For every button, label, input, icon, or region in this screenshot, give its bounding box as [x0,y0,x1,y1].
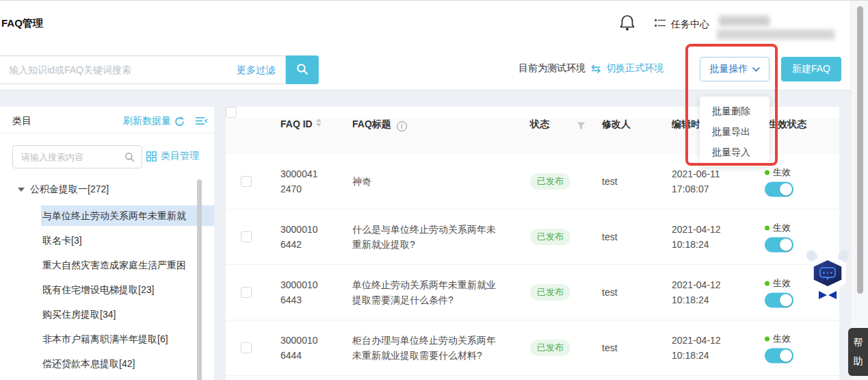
effective-toggle[interactable] [765,293,793,308]
sort-icon[interactable] [316,118,321,127]
edit-time-cell: 2021-04-12 10:18:24 [672,333,721,363]
new-faq-button[interactable]: 新建FAQ [781,57,841,81]
search-icon [124,152,135,165]
faq-id-cell: 3000010 6442 [280,222,332,252]
effective-toggle[interactable] [765,349,793,364]
effective-toggle[interactable] [765,238,793,253]
row-checkbox[interactable] [241,176,252,187]
refresh-data-count-button[interactable]: 刷新数据量 [123,115,185,127]
effective-label: 生效 [773,222,791,234]
effective-status-cell: 生效 [765,166,793,197]
page-title: FAQ管理 [1,17,43,30]
batch-operations-label: 批量操作 [710,63,748,75]
refresh-data-count-label: 刷新数据量 [123,115,171,127]
status-cell: 已发布 [530,340,570,356]
row-checkbox[interactable] [241,287,252,298]
batch-menu-item[interactable]: 批量导入 [700,142,770,162]
faq-title-cell: 什么是与单位终止劳动关系两年未重新就业提取? [352,222,503,252]
sidebar-title: 类目 [12,115,31,127]
status-badge: 已发布 [530,284,570,301]
effective-label: 生效 [773,333,791,345]
info-icon[interactable]: i [397,121,407,131]
table-body: 3000041 2470 神奇 已发布 test 2021-06-11 17:0… [226,154,839,376]
edit-time-cell: 2021-06-11 17:08:07 [672,166,720,197]
chevron-down-icon [752,67,760,72]
more-filters-link[interactable]: 更多过滤 [237,64,275,77]
category-search-input[interactable]: 请输入搜索内容 [12,145,142,168]
user-info-redacted-line2 [717,29,834,40]
help-button[interactable]: 帮助 [848,328,868,376]
column-header-title: FAQ标题i [352,118,407,131]
swap-env-icon: ⇆ [591,63,601,75]
toggle-knob [780,183,792,196]
robot-bowtie-icon [819,291,837,299]
faq-management-page: FAQ管理 任务中心 输入知识id或FAQ关键词搜索 更多过 [0,0,868,380]
filter-funnel-icon[interactable] [577,121,586,133]
page-scrollbar-track[interactable] [850,1,868,380]
tree-item[interactable]: 与单位终止劳动关系两年未重新就 [41,205,214,226]
tree-expand-caret-icon[interactable] [18,188,25,192]
row-checkbox[interactable] [241,342,252,353]
faq-title-cell: 单位终止劳动关系两年未重新就业提取需要满足什么条件? [352,277,503,307]
batch-operations-menu: 批量删除批量导出批量导入 [700,97,770,166]
modifier-cell: test [602,231,618,242]
tree-root-label: 公积金提取一[272] [30,183,109,196]
task-center-label: 任务中心 [671,18,709,31]
column-header-effective: 生效状态 [768,118,806,131]
assistant-robot-button[interactable] [804,247,851,301]
batch-menu-item[interactable]: 批量导出 [700,121,770,142]
task-center-button[interactable]: 任务中心 [654,18,709,31]
batch-menu-item[interactable]: 批量删除 [700,101,770,121]
effective-label: 生效 [773,166,791,179]
effective-status-cell: 生效 [765,333,793,364]
status-badge: 已发布 [530,340,570,356]
table-row: 3000010 6443 单位终止劳动关系两年未重新就业提取需要满足什么条件? … [226,265,839,320]
search-button[interactable] [286,55,319,84]
status-badge: 已发布 [530,229,570,245]
sidebar-scrollbar[interactable] [197,179,202,380]
effective-dot-icon [765,170,770,175]
grid-icon [146,151,157,162]
modifier-cell: test [602,176,618,187]
status-cell: 已发布 [530,173,570,190]
tree-item[interactable]: 非本市户籍离职满半年提取[6] [0,329,214,349]
edit-time-cell: 2021-04-12 10:18:24 [672,277,721,307]
effective-dot-icon [765,281,770,286]
category-manage-label: 类目管理 [161,150,199,162]
table-row: 3000010 6442 什么是与单位终止劳动关系两年未重新就业提取? 已发布 … [226,210,839,265]
tree-item[interactable]: 偿还贷款本息提取[42] [0,353,214,374]
effective-toggle[interactable] [765,182,793,197]
effective-label: 生效 [773,277,791,290]
toggle-knob [780,239,792,251]
tree-item[interactable]: 重大自然灾害造成家庭生活严重困 [0,255,214,275]
edit-time-cell: 2021-04-12 10:18:24 [672,222,721,252]
column-header-faq-id[interactable]: FAQ ID [280,118,321,129]
faq-id-cell: 3000010 6444 [280,333,332,363]
row-checkbox[interactable] [241,231,252,242]
status-badge: 已发布 [530,173,570,190]
toggle-knob [780,350,792,362]
collapse-panel-icon[interactable] [196,116,207,128]
select-all-checkbox[interactable] [226,107,237,118]
top-header: FAQ管理 任务中心 输入知识id或FAQ关键词搜索 更多过 [0,1,868,90]
modifier-cell: test [602,287,618,298]
tree-item[interactable]: 既有住宅增设电梯提取[23] [0,279,214,300]
faq-search-input[interactable]: 输入知识id或FAQ关键词搜索 更多过滤 [0,55,286,84]
batch-operations-button[interactable]: 批量操作 [700,57,770,81]
faq-id-cell: 3000010 6443 [280,277,332,307]
page-scrollbar-thumb[interactable] [857,6,863,294]
effective-status-cell: 生效 [765,222,793,253]
sidebar-divider [0,133,214,134]
switch-env-link[interactable]: 切换正式环境 [606,62,663,75]
tree-item[interactable]: 联名卡[3] [0,230,214,251]
table-row: 3000010 6444 柜台办理与单位终止劳动关系两年未重新就业提取需要什么材… [226,320,839,376]
faq-title-cell: 神奇 [352,174,503,189]
toggle-knob [780,294,792,307]
category-manage-button[interactable]: 类目管理 [146,150,199,162]
category-search-placeholder: 请输入搜索内容 [21,151,83,164]
faq-search-placeholder: 输入知识id或FAQ关键词搜索 [9,64,131,77]
refresh-icon [174,116,185,127]
notification-bell-icon[interactable] [619,14,635,35]
tree-item[interactable]: 购买住房提取[34] [0,304,214,325]
tree-root-category[interactable]: 公积金提取一[272] [18,183,109,196]
